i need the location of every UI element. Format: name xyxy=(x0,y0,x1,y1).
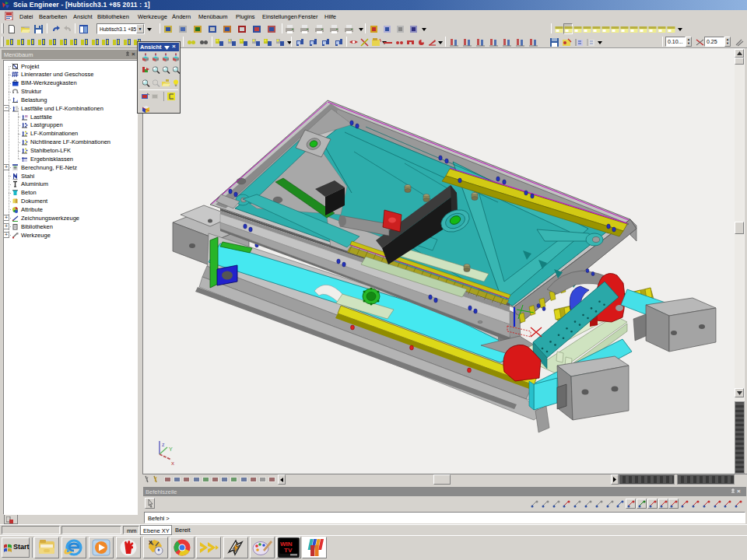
svg-text:x: x xyxy=(171,460,174,467)
svg-text:X: X xyxy=(149,540,153,545)
svg-text:Y: Y xyxy=(169,446,173,452)
svg-text:TV: TV xyxy=(284,547,293,554)
svg-text:z: z xyxy=(162,442,165,447)
